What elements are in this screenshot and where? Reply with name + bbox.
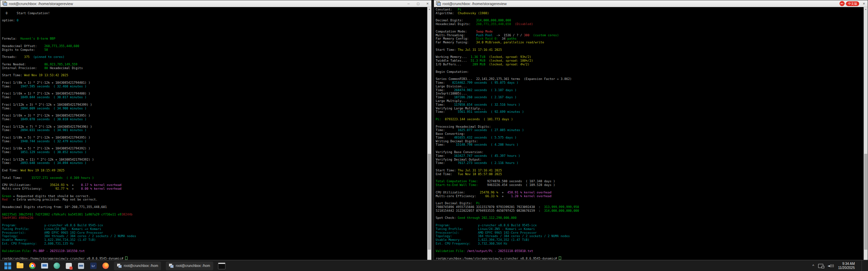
- terminal-line: Time: 1947.595 seconds ( 32.460 minutes …: [2, 85, 427, 88]
- terminal-line: [436, 176, 864, 180]
- terminal-line: Formula: Huvent's 8-term BBP: [2, 37, 427, 41]
- terminal-line: [436, 74, 864, 77]
- terminal-line: [436, 165, 864, 169]
- terminal-line: [2, 34, 427, 37]
- titlebar-right[interactable]: root@crunchbox: /home/storagereview ─ ▢ …: [434, 0, 868, 7]
- chrome-button[interactable]: [28, 262, 36, 270]
- terminal-line: [2, 165, 427, 169]
- badge-label: 中文版: [846, 1, 859, 6]
- terminal-line: Time: 268474.982 seconds ( 3.107 days ): [436, 88, 864, 92]
- terminal-line: [2, 99, 427, 103]
- volume-tray-icon[interactable]: ◄))): [827, 264, 834, 268]
- taskbar-window-label: root@crunchbox: /hom: [124, 264, 158, 268]
- terminal-line: [2, 77, 427, 81]
- terminal-line: Begin Computation:: [436, 70, 864, 74]
- terminal-line: Green = Requested digits that should be …: [2, 194, 427, 198]
- terminal-line: Tuning Profile: Linux/24-ZN5 - Komari =>…: [2, 227, 427, 231]
- folder-icon: [17, 263, 23, 268]
- terminal-line: root@crunchbox:/home/storagereview/y-cru…: [2, 256, 427, 260]
- tray-expand-chevron-icon[interactable]: ^: [812, 264, 814, 268]
- minimize-button[interactable]: ─: [406, 2, 411, 5]
- start-button[interactable]: [4, 262, 12, 270]
- terminal-line: Hexadecimal Digits: 260,771,355,448,658 …: [436, 22, 864, 26]
- terminal-line: Terms Needed: 86,923,785,149,559: [2, 63, 427, 66]
- terminal-line: Writing Decimal Digits:: [436, 140, 864, 143]
- terminal-line: [436, 121, 864, 125]
- terminal-line: Topology: 384 threads / 384 cores / 2 so…: [2, 234, 427, 238]
- terminal-line: Verifying Decimal Output:: [436, 158, 864, 162]
- close-button[interactable]: ✕: [862, 2, 866, 5]
- terminal-line: [2, 110, 427, 114]
- taskbar-clock[interactable]: 9:34 AM 11/20/2025: [838, 262, 855, 270]
- terminal-output-right[interactable]: Constant: PiAlgorithm: Chudnovsky (1988)…: [434, 7, 864, 260]
- terminal-line: Internal Precision: 80 Hexadecimal Digit…: [2, 66, 427, 70]
- terminal-line: Start Time: Thu Jul 31 17:16:41 2025: [436, 169, 864, 172]
- terminal-line: Time: 8214462.799 seconds ( 95.075 days …: [436, 81, 864, 85]
- monitor-icon: [41, 263, 48, 269]
- maps-app-button[interactable]: [53, 262, 60, 270]
- terminal-line: [2, 154, 427, 158]
- terminal-line: Frac( 1/(6k + 1) * 2^(-12k + 10430854217…: [2, 92, 427, 96]
- titlebar-left[interactable]: root@crunchbox: /home/storagereview ─ ▢ …: [0, 0, 431, 7]
- terminal-line: CPU Utilization: 35624.93 % + 0.17 % ker…: [2, 183, 427, 187]
- terminal-line: [436, 52, 864, 56]
- close-button[interactable]: ✕: [425, 2, 430, 5]
- lightroom-button[interactable]: Lr: [90, 262, 97, 270]
- clock-date: 11/20/2025: [838, 266, 855, 270]
- scrollbar[interactable]: ▲: [427, 7, 431, 260]
- terminal-line: Time: 117058.654 seconds ( 32.516 hours …: [436, 103, 864, 107]
- terminal-line: [2, 26, 427, 30]
- terminal-line: Frac( 1/(12k + 11) * 2^(-12k + 104308542…: [2, 158, 427, 162]
- globe-icon: [54, 263, 60, 269]
- terminal-line: End Time: Tue Nov 18 05:57:08 2025: [436, 172, 864, 176]
- terminal-output-left[interactable]: 0 Start Computation!option: 0Formula: Hu…: [0, 7, 427, 260]
- taskbar-window-button-1[interactable]: root@crunchbox: /hom: [114, 262, 161, 270]
- taskbar: Lr root@crunchbox: /hom root@crunchbox: …: [0, 260, 868, 271]
- terminal-line: [2, 30, 427, 34]
- terminal-line: Multi-Threading: Push Pool -> 1536 / ? /…: [436, 34, 864, 37]
- terminal-app-button[interactable]: [218, 263, 225, 269]
- terminal-line: Time: 163427.747 seconds ( 45.397 hours …: [436, 154, 864, 158]
- terminal-line: Time: 15148.798 seconds ( 4.208 hours ): [436, 143, 864, 147]
- terminal-line: Time: 1849.070 seconds ( 30.818 minutes …: [2, 118, 427, 121]
- terminal-window-left: root@crunchbox: /home/storagereview ─ ▢ …: [0, 0, 432, 260]
- scrollbar[interactable]: ▲: [864, 7, 868, 260]
- terminal-line: Usable Memory: 1,622,394,724,352 (1.47 T…: [2, 238, 427, 242]
- terminal-line: [2, 132, 427, 136]
- terminal-line: Program: y-cruncher v0.8.6 Build 9545-ic…: [2, 224, 427, 227]
- terminal-line: Base Converting:: [436, 132, 864, 136]
- terminal-line: [2, 22, 427, 26]
- overlay-badge[interactable]: PY 中文版: [840, 1, 859, 6]
- terminal-line: [436, 246, 864, 249]
- desktop: { "palette":{"w":"#b9b9b9","g":"#00b317"…: [0, 0, 868, 271]
- firefox-button[interactable]: [102, 262, 109, 270]
- terminal-line: [2, 41, 427, 44]
- file-explorer-button[interactable]: [16, 262, 24, 270]
- utility-app-button[interactable]: [77, 262, 85, 270]
- scroll-up-arrow[interactable]: ▲: [864, 7, 868, 11]
- terminal-line: Working Memory... 1.36 TiB (locked, spre…: [436, 55, 864, 59]
- badge-logo-icon: PY: [840, 1, 845, 6]
- terminal-line: [2, 180, 427, 183]
- terminal-line: [436, 114, 864, 118]
- show-desktop-button[interactable]: [862, 260, 863, 271]
- terminal-line: Time: 1625.077 seconds ( 27.085 minutes …: [436, 128, 864, 132]
- maximize-button[interactable]: ▢: [416, 2, 420, 5]
- terminal-line: Constant: Pi: [436, 8, 864, 12]
- scrollbar-thumb[interactable]: [864, 154, 867, 250]
- settings-tool-button[interactable]: [65, 262, 73, 270]
- terminal-line: Multi-core Efficiency: 92.77 % + 0.00 % …: [2, 187, 427, 191]
- terminal-line: [2, 172, 427, 176]
- scroll-up-arrow[interactable]: ▲: [428, 7, 431, 11]
- terminal-line: Time: 2094.031 seconds ( 34.901 minutes …: [2, 128, 427, 132]
- terminal-line: Last Decimal Digits: Pi: [436, 202, 864, 205]
- remote-desktop-button[interactable]: [41, 262, 48, 270]
- terminal-line: Pi: 8793223.144 seconds ( 101.773 days ): [436, 118, 864, 121]
- terminal-line: [436, 147, 864, 150]
- network-tray-icon[interactable]: [818, 264, 823, 268]
- terminal-line: 0 Start Computation!: [2, 12, 427, 15]
- terminal-line: Validation File: Pi-BBP - 20251119-18155…: [2, 249, 427, 253]
- scrollbar-thumb[interactable]: [428, 154, 431, 250]
- taskbar-window-button-2[interactable]: root@crunchbox: /hom: [166, 262, 213, 270]
- terminal-line: Start Time: Thu Jul 31 17:16:41 2025: [436, 48, 864, 52]
